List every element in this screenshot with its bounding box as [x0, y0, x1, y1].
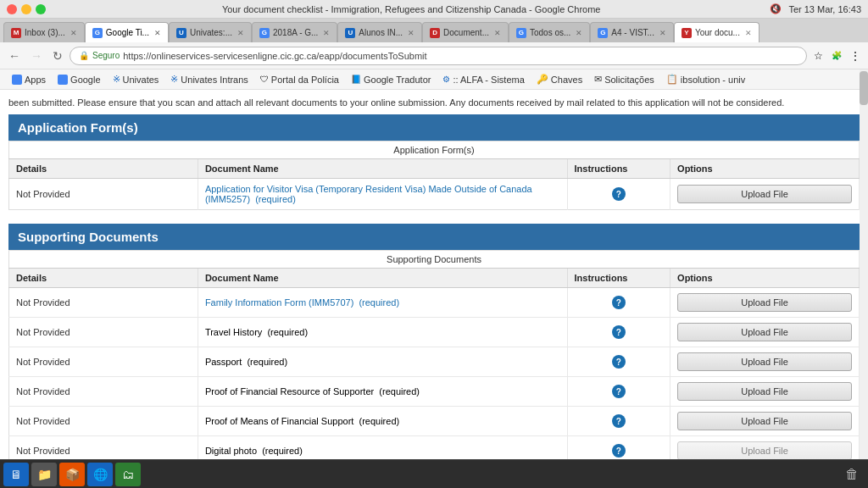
supporting-docs-title: Supporting Documents [18, 230, 159, 244]
tab-close-todos[interactable]: ✕ [576, 29, 582, 37]
forward-button[interactable]: → [27, 47, 46, 64]
tab-label-document: Document... [443, 28, 489, 37]
instructions-cell-sd-1: ? [567, 318, 670, 347]
tab-a4-vist[interactable]: G A4 - VIST... ✕ [590, 22, 674, 42]
bookmark-univates[interactable]: ※ Univates [108, 72, 164, 86]
bookmark-google-tradutor[interactable]: 📘 Google Tradutor [346, 73, 437, 86]
close-button[interactable] [7, 4, 17, 14]
bookmark-univates-intrans[interactable]: ※ Univates Intrans [165, 72, 253, 86]
chaves-icon: 🔑 [537, 74, 548, 85]
tab-your-doc[interactable]: Y Your docu... ✕ [674, 22, 760, 42]
files-icon: 📁 [37, 468, 52, 481]
doc-link-sd-0[interactable]: Family Information Form (IMM5707) (requi… [205, 297, 399, 308]
tab-close-document[interactable]: ✕ [494, 29, 501, 37]
tab-document[interactable]: D Document... ✕ [422, 22, 509, 42]
tab-close-alunos[interactable]: ✕ [408, 29, 415, 37]
bookmark-ibsolution[interactable]: 📋 ibsolution - univ [661, 72, 750, 86]
help-icon-sd-3[interactable]: ? [612, 385, 626, 398]
tab-favicon-univates: U [176, 28, 186, 38]
taskbar-trash[interactable]: 🗑 [839, 463, 865, 486]
taskbar-item-monitor[interactable]: 🖥 [3, 463, 29, 486]
tab-close-your-doc[interactable]: ✕ [745, 29, 752, 37]
taskbar-item-package[interactable]: 📦 [59, 463, 85, 486]
bookmark-solicitacoes[interactable]: ✉ Solicitações [589, 72, 659, 86]
table-row: Not Provided Passport (required) ? Uploa… [9, 347, 860, 377]
browser-titlebar: Your document checklist - Immigration, R… [0, 0, 868, 19]
browser-toolbar: ← → ↻ 🔒 Seguro https://onlineservices-se… [0, 42, 868, 69]
minimize-button[interactable] [21, 4, 31, 14]
instructions-cell-sd-4: ? [567, 407, 670, 436]
tab-close-univates[interactable]: ✕ [237, 29, 244, 37]
help-icon-sd-1[interactable]: ? [612, 325, 626, 339]
table-row: Not Provided Digital photo (required) ? … [9, 436, 860, 459]
upload-button-sd-2[interactable]: Upload File [677, 352, 852, 371]
upload-button-sd-4[interactable]: Upload File [677, 412, 852, 430]
upload-button-sd-5[interactable]: Upload File [677, 441, 852, 459]
help-icon-sd-4[interactable]: ? [612, 414, 626, 428]
bookmark-portal[interactable]: 🛡 Portal da Polícia [255, 73, 344, 86]
details-cell-sd-2: Not Provided [9, 347, 198, 377]
options-cell-sd-0: Upload File [670, 288, 860, 318]
docname-cell-sd-1: Travel History (required) [198, 318, 567, 347]
help-icon-sd-5[interactable]: ? [612, 444, 626, 458]
page-content: been submitted. Please ensure that you s… [0, 90, 868, 459]
docname-cell-sd-3: Proof of Financial Resource of Supporter… [198, 377, 567, 407]
bookmark-star-icon[interactable]: ☆ [810, 48, 826, 64]
help-icon-sd-2[interactable]: ? [612, 355, 626, 369]
bookmark-ibsolution-label: ibsolution - univ [681, 75, 745, 85]
tab-2018a[interactable]: G 2018A - G... ✕ [252, 22, 337, 42]
tab-label-a4-vist: A4 - VIST... [611, 28, 654, 37]
maximize-button[interactable] [36, 4, 46, 14]
help-icon-af-1[interactable]: ? [612, 187, 626, 201]
tab-close-2018a[interactable]: ✕ [323, 29, 330, 37]
tab-univates[interactable]: U Univates:... ✕ [169, 22, 252, 42]
taskbar-item-notes[interactable]: 🗂 [115, 463, 141, 486]
scrollbar-thumb[interactable] [860, 71, 868, 105]
tab-alunos[interactable]: U Alunos IN... ✕ [337, 22, 422, 42]
tab-google-tr[interactable]: G Google Ti... ✕ [85, 22, 169, 42]
table-row: Not Provided Family Information Form (IM… [9, 288, 860, 318]
tab-favicon-todos: G [516, 28, 526, 38]
browser-icon: 🌐 [93, 468, 108, 481]
tab-close-google-tr[interactable]: ✕ [154, 29, 161, 37]
extensions-icon[interactable]: 🧩 [829, 48, 844, 64]
taskbar-item-files[interactable]: 📁 [31, 463, 57, 486]
bookmark-google[interactable]: Google [53, 73, 105, 86]
upload-button-sd-0[interactable]: Upload File [677, 293, 852, 312]
details-cell-sd-1: Not Provided [9, 318, 198, 347]
help-icon-sd-0[interactable]: ? [612, 296, 626, 309]
tab-inbox[interactable]: M Inbox (3)... ✕ [3, 22, 85, 42]
bookmark-apps[interactable]: Apps [7, 73, 51, 86]
tab-favicon-your-doc: Y [682, 28, 692, 38]
toolbar-icons: ☆ 🧩 ⋮ [810, 48, 863, 64]
tab-close-inbox[interactable]: ✕ [70, 29, 77, 37]
protocol-label: Seguro [92, 51, 120, 60]
address-bar[interactable]: 🔒 Seguro https://onlineservices-services… [70, 47, 807, 65]
tab-close-a4-vist[interactable]: ✕ [659, 29, 666, 37]
instructions-cell-af-1: ? [567, 179, 670, 210]
window-controls[interactable] [7, 4, 46, 14]
application-forms-title: Application Form(s) [18, 120, 138, 135]
tradutor-icon: 📘 [351, 75, 361, 84]
upload-button-sd-1[interactable]: Upload File [677, 323, 852, 341]
menu-icon[interactable]: ⋮ [848, 48, 863, 64]
upload-button-af-1[interactable]: Upload File [677, 185, 852, 203]
univates-logo-icon: ※ [113, 74, 120, 85]
tab-todos[interactable]: G Todos os... ✕ [509, 22, 590, 42]
bookmark-chaves[interactable]: 🔑 Chaves [531, 72, 587, 86]
doc-link-af-1[interactable]: Application for Visitor Visa (Temporary … [205, 184, 532, 204]
back-button[interactable]: ← [5, 47, 24, 64]
url-display[interactable]: https://onlineservices-servicesenligne.c… [123, 51, 426, 61]
taskbar-item-browser[interactable]: 🌐 [87, 463, 113, 486]
scrollbar-track[interactable] [860, 69, 868, 459]
bookmark-alfa[interactable]: ⚙ :: ALFA - Sistema [437, 73, 529, 86]
supporting-docs-header: Supporting Documents [8, 224, 860, 250]
reload-button[interactable]: ↻ [49, 47, 66, 64]
security-icon: 🔒 [79, 51, 89, 60]
upload-button-sd-3[interactable]: Upload File [677, 382, 852, 401]
bookmark-univates-intrans-label: Univates Intrans [181, 75, 248, 85]
table-row: Not Provided Application for Visitor Vis… [9, 179, 860, 210]
tab-favicon-google-tr: G [92, 28, 103, 38]
supporting-docs-header-row: Details Document Name Instructions Optio… [9, 269, 860, 288]
docname-cell-sd-4: Proof of Means of Financial Support (req… [198, 407, 567, 436]
